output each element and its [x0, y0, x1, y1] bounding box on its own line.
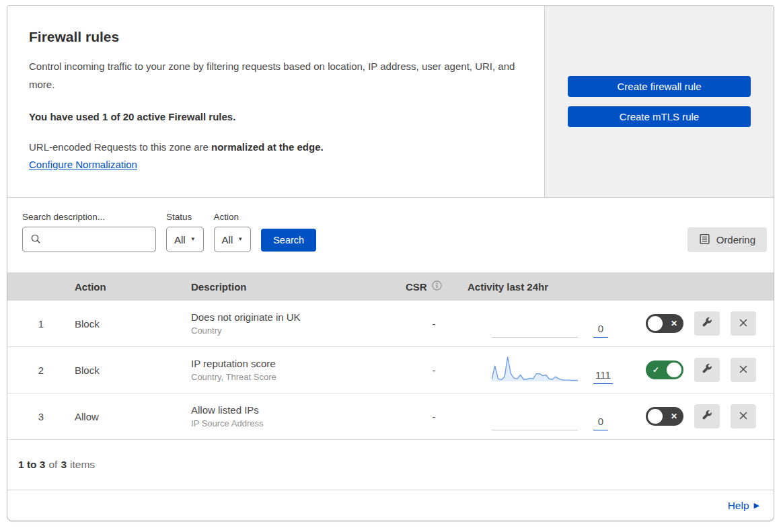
- rule-action: Block: [75, 318, 191, 330]
- toggle-state-icon: ✕: [671, 319, 677, 328]
- rule-action: Block: [75, 365, 191, 376]
- create-firewall-rule-button[interactable]: Create firewall rule: [568, 76, 751, 97]
- col-activity-header: Activity last 24hr: [468, 281, 646, 293]
- wrench-icon: [702, 410, 712, 423]
- ordering-button[interactable]: Ordering: [687, 227, 767, 252]
- search-button[interactable]: Search: [261, 229, 316, 252]
- search-field-wrap: [22, 227, 156, 252]
- action-select[interactable]: All ▼: [214, 227, 252, 252]
- pagination-range: 1 to 3: [18, 459, 45, 471]
- search-icon: [30, 233, 42, 248]
- rule-description: Does not originate in UK: [191, 311, 400, 323]
- rule-activity-cell: 0: [468, 393, 646, 439]
- table-row: 3 Allow Allow listed IPs IP Source Addre…: [7, 393, 774, 440]
- filter-bar: Search description... Status All ▼ Actio…: [7, 198, 774, 272]
- configure-normalization-link[interactable]: Configure Normalization: [29, 159, 137, 170]
- toggle-state-icon: ✓: [653, 366, 659, 374]
- search-label: Search description...: [22, 212, 156, 222]
- header-section: Firewall rules Control incoming traffic …: [7, 6, 774, 198]
- rule-enabled-toggle[interactable]: ✕: [646, 407, 683, 426]
- rule-enabled-toggle[interactable]: ✕: [646, 314, 683, 333]
- arrow-right-icon: ▶: [754, 502, 759, 509]
- search-input[interactable]: [22, 227, 156, 252]
- status-select[interactable]: All ▼: [166, 227, 204, 252]
- rule-controls: ✕: [646, 393, 774, 439]
- activity-sparkline-flat: [492, 307, 578, 338]
- rule-number: 1: [7, 318, 75, 330]
- toggle-knob: [648, 409, 663, 424]
- table-row: 1 Block Does not originate in UK Country…: [7, 301, 774, 347]
- info-icon[interactable]: [432, 280, 442, 293]
- table-row: 2 Block IP reputation score Country, Thr…: [7, 347, 774, 393]
- rule-activity-cell: 0: [468, 301, 646, 346]
- edit-rule-button[interactable]: [694, 358, 720, 382]
- activity-count-link[interactable]: 0: [593, 416, 608, 430]
- toggle-knob: [667, 363, 681, 377]
- action-filter-group: Action All ▼: [214, 212, 252, 252]
- col-action-header: Action: [75, 281, 191, 293]
- close-icon: [738, 410, 749, 423]
- close-icon: [738, 317, 749, 330]
- usage-summary: You have used 1 of 20 active Firewall ru…: [29, 111, 517, 122]
- delete-rule-button[interactable]: [731, 404, 756, 428]
- actions-panel: Create firewall rule Create mTLS rule: [544, 5, 774, 197]
- rule-description: Allow listed IPs: [191, 404, 400, 416]
- activity-sparkline: [492, 353, 578, 384]
- toggle-state-icon: ✕: [671, 412, 677, 420]
- rule-match-fields: IP Source Address: [191, 418, 400, 428]
- rule-activity-cell: 111: [468, 347, 646, 393]
- normalization-bold: normalized at the edge.: [211, 141, 324, 153]
- rule-match-fields: Country, Threat Score: [191, 372, 400, 382]
- edit-rule-button[interactable]: [694, 404, 720, 428]
- col-description-header: Description: [191, 281, 400, 293]
- delete-rule-button[interactable]: [731, 311, 756, 336]
- col-csr-header: CSR: [400, 280, 468, 293]
- ordering-label: Ordering: [716, 234, 755, 245]
- pagination-total: 3: [61, 459, 67, 471]
- header-text-block: Firewall rules Control incoming traffic …: [7, 6, 544, 197]
- normalization-prefix: URL-encoded Requests to this zone are: [29, 141, 209, 153]
- chevron-down-icon: ▼: [190, 237, 196, 242]
- status-filter-group: Status All ▼: [166, 212, 204, 252]
- table-header: Action Description CSR Activity last 24h…: [7, 272, 774, 301]
- wrench-icon: [702, 317, 712, 330]
- action-label: Action: [214, 212, 252, 222]
- edit-rule-button[interactable]: [694, 311, 720, 336]
- chevron-down-icon: ▼: [237, 237, 243, 242]
- activity-count-link[interactable]: 0: [593, 323, 608, 338]
- rule-description-cell: Does not originate in UK Country: [191, 311, 400, 336]
- page-title: Firewall rules: [29, 29, 517, 45]
- toggle-knob: [648, 316, 663, 331]
- rule-action: Allow: [75, 411, 191, 422]
- status-label: Status: [166, 212, 204, 222]
- rule-number: 2: [7, 365, 75, 376]
- wrench-icon: [702, 364, 712, 377]
- close-icon: [738, 364, 749, 377]
- list-icon: [699, 233, 710, 247]
- create-mtls-rule-button[interactable]: Create mTLS rule: [568, 106, 751, 127]
- activity-count-link[interactable]: 111: [593, 369, 613, 384]
- rule-description-cell: IP reputation score Country, Threat Scor…: [191, 358, 400, 382]
- help-label: Help: [728, 500, 749, 512]
- rule-number: 3: [7, 411, 75, 422]
- csr-label: CSR: [406, 281, 427, 293]
- rule-controls: ✓: [646, 347, 774, 393]
- pagination-items: items: [70, 459, 95, 471]
- rule-enabled-toggle[interactable]: ✓: [646, 360, 683, 379]
- page-description: Control incoming traffic to your zone by…: [29, 57, 517, 93]
- rule-csr: -: [400, 365, 468, 376]
- status-value: All: [174, 234, 186, 245]
- rule-csr: -: [400, 318, 468, 330]
- rule-match-fields: Country: [191, 326, 400, 336]
- help-bar: Help ▶: [7, 490, 774, 521]
- activity-sparkline-flat: [492, 400, 578, 430]
- rule-description-cell: Allow listed IPs IP Source Address: [191, 404, 400, 428]
- rule-csr: -: [400, 411, 468, 422]
- delete-rule-button[interactable]: [731, 358, 756, 382]
- normalization-text: URL-encoded Requests to this zone are no…: [29, 141, 517, 153]
- firewall-rules-card: Firewall rules Control incoming traffic …: [7, 5, 774, 521]
- pagination-summary: 1 to 3 of 3 items: [7, 440, 774, 490]
- search-group: Search description...: [22, 212, 156, 252]
- pagination-of: of: [48, 459, 57, 471]
- help-link[interactable]: Help ▶: [728, 500, 759, 512]
